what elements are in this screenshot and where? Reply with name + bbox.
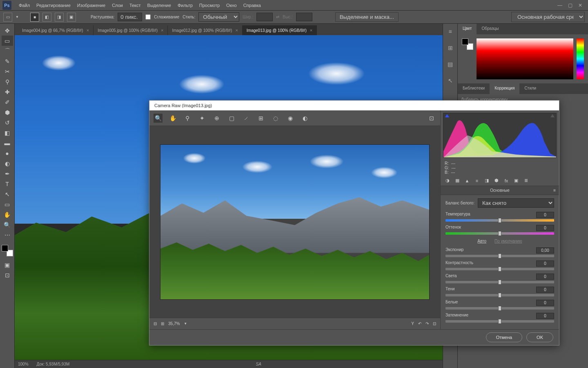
cr-spot-tool[interactable]: ◌ <box>271 114 280 123</box>
close-icon[interactable]: × <box>310 28 312 33</box>
slider-value[interactable]: 0,00 <box>536 247 554 254</box>
cr-zoom-tool[interactable]: 🔍 <box>154 114 163 123</box>
chevron-down-icon[interactable]: ▼ <box>184 322 187 325</box>
color-fgbg[interactable] <box>462 38 473 50</box>
screen-mode-icon[interactable]: ⊡ <box>2 270 13 280</box>
crop-tool[interactable]: ✂ <box>2 66 13 76</box>
document-tab[interactable]: Image012.jpg @ 100% (RGB/8#)× <box>168 25 242 35</box>
marquee-tool[interactable]: ▭ <box>2 36 13 46</box>
paragraph-icon[interactable]: ↖ <box>446 76 455 85</box>
cr-presets-icon[interactable]: ≣ <box>522 177 530 184</box>
pen-tool[interactable]: ✒ <box>2 168 13 179</box>
cr-lens-icon[interactable]: ⬢ <box>493 177 500 184</box>
antialias-checkbox[interactable] <box>145 14 151 20</box>
tab-libraries[interactable]: Библиотеки <box>458 83 490 94</box>
slider-track[interactable] <box>445 307 554 310</box>
cr-rotate-right-icon[interactable]: ↷ <box>425 321 429 326</box>
slider-handle[interactable] <box>498 306 501 311</box>
cr-target-adjust-tool[interactable]: ✦ <box>198 114 207 123</box>
cr-redeye-tool[interactable]: ◉ <box>286 114 295 123</box>
slider-value[interactable]: 0 <box>536 225 554 231</box>
slider-track[interactable] <box>445 320 554 323</box>
highlight-clip-icon[interactable] <box>550 114 555 117</box>
character-icon[interactable]: ▤ <box>446 60 455 69</box>
cr-histogram[interactable] <box>443 113 557 158</box>
cr-transform-tool[interactable]: ⊞ <box>256 114 265 123</box>
style-select[interactable]: Обычный <box>198 12 239 22</box>
history-icon[interactable]: ≡ <box>446 27 455 36</box>
fg-bg-swatches[interactable] <box>2 245 13 256</box>
selection-intersect-icon[interactable]: ▣ <box>67 13 76 22</box>
slider-track[interactable] <box>445 232 554 235</box>
cr-preview-area[interactable] <box>149 126 440 318</box>
marquee-icon[interactable]: ▭ <box>3 13 12 22</box>
dodge-tool[interactable]: ◐ <box>2 158 13 168</box>
cr-camera-icon[interactable]: ▣ <box>512 177 520 184</box>
slider-handle[interactable] <box>498 319 501 324</box>
type-tool[interactable]: T <box>2 179 13 189</box>
cr-rotate-left-icon[interactable]: ↶ <box>418 321 421 326</box>
fg-swatch[interactable] <box>2 245 8 251</box>
slider-value[interactable]: 0 <box>536 300 554 306</box>
refine-edge-button[interactable]: Выделение и маска... <box>335 12 399 22</box>
selection-new-icon[interactable]: ■ <box>30 13 39 22</box>
menu-view[interactable]: Просмотр <box>196 0 223 11</box>
tab-color[interactable]: Цвет <box>458 24 477 34</box>
history-brush-tool[interactable]: ↺ <box>2 117 13 128</box>
hue-slider[interactable] <box>577 38 584 79</box>
ok-button[interactable]: OK <box>526 332 553 342</box>
slider-handle[interactable] <box>498 293 501 298</box>
workspace-select[interactable]: Основная рабочая среда <box>511 12 585 22</box>
cr-basic-icon[interactable]: ◑ <box>444 177 451 184</box>
gradient-tool[interactable]: ▬ <box>2 138 13 148</box>
document-tab[interactable]: Image005.jpg @ 100% (RGB/8#)× <box>94 25 168 35</box>
document-tab[interactable]: Image004.jpg @ 66,7% (RGB/8#)× <box>18 25 94 35</box>
slider-value[interactable]: 0 <box>536 260 554 267</box>
cr-color-sampler-tool[interactable]: ⊕ <box>212 114 221 123</box>
cr-hsl-icon[interactable]: ≡ <box>473 177 481 184</box>
menu-image[interactable]: Изображение <box>74 0 109 11</box>
quick-select-tool[interactable]: ✎ <box>2 56 13 66</box>
fg-swatch[interactable] <box>462 38 468 45</box>
minimize-icon[interactable]: — <box>557 2 562 8</box>
stamp-tool[interactable]: ⬢ <box>2 107 13 117</box>
cr-zoom-value[interactable]: 35,7% <box>168 321 180 326</box>
cr-fx-icon[interactable]: fx <box>503 177 510 184</box>
slider-handle[interactable] <box>498 254 501 258</box>
menu-layers[interactable]: Слои <box>109 0 126 11</box>
document-tab[interactable]: Image013.jpg @ 100% (RGB/8#)× <box>243 25 317 35</box>
cr-adjust-brush-tool[interactable]: ◐ <box>301 114 310 123</box>
slider-handle[interactable] <box>498 218 501 223</box>
eyedropper-tool[interactable]: ⚲ <box>2 76 13 87</box>
menu-help[interactable]: Справка <box>240 0 264 11</box>
cr-minus-icon[interactable]: ⊟ <box>154 321 157 326</box>
default-link[interactable]: По умолчанию <box>494 239 522 243</box>
tab-swatches[interactable]: Образцы <box>477 24 503 34</box>
cr-curve-icon[interactable]: ▦ <box>454 177 461 184</box>
menu-edit[interactable]: Редактирование <box>33 0 74 11</box>
slider-handle[interactable] <box>498 231 501 236</box>
maximize-icon[interactable]: ▢ <box>568 2 572 8</box>
path-select-tool[interactable]: ↖ <box>2 189 13 199</box>
slider-track[interactable] <box>445 294 554 296</box>
auto-link[interactable]: Авто <box>477 239 486 243</box>
cr-before-after-icon[interactable]: Y <box>411 321 414 326</box>
tab-adjustments[interactable]: Коррекция <box>490 83 519 94</box>
menu-file[interactable]: Файл <box>16 0 33 11</box>
cr-plus-icon[interactable]: ⊞ <box>161 321 164 326</box>
close-icon[interactable]: × <box>161 28 163 33</box>
slider-track[interactable] <box>445 268 554 270</box>
cr-wb-tool[interactable]: ⚲ <box>183 114 192 123</box>
cr-hand-tool[interactable]: ✋ <box>168 114 177 123</box>
blur-tool[interactable]: ● <box>2 148 13 158</box>
panel-menu-icon[interactable]: ≡ <box>553 188 556 193</box>
cr-crop-tool[interactable]: ▢ <box>227 114 236 123</box>
color-field[interactable] <box>477 38 573 79</box>
move-tool[interactable]: ✥ <box>2 25 13 36</box>
selection-subtract-icon[interactable]: ◨ <box>55 13 64 22</box>
slider-handle[interactable] <box>498 280 501 285</box>
slider-track[interactable] <box>445 219 554 222</box>
cr-preview-toggle[interactable]: ⊡ <box>427 114 436 123</box>
wb-select[interactable]: Как снято <box>478 198 554 208</box>
properties-icon[interactable]: ⊞ <box>446 43 455 52</box>
